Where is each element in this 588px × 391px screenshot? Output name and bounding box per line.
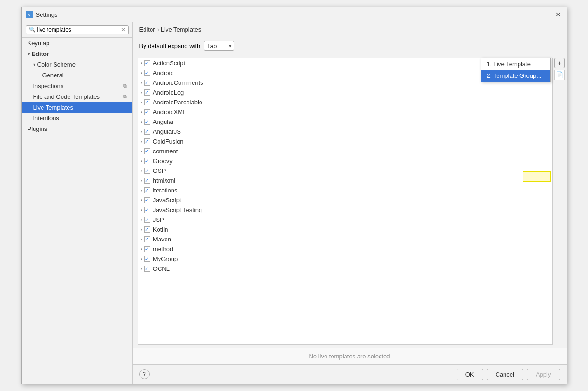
group-checkbox[interactable]: ✓ xyxy=(144,236,150,242)
group-checkbox[interactable]: ✓ xyxy=(144,89,150,96)
group-checkbox[interactable]: ✓ xyxy=(144,197,150,203)
group-checkbox[interactable]: ✓ xyxy=(144,246,150,252)
group-checkbox[interactable]: ✓ xyxy=(144,138,150,144)
apply-button[interactable]: Apply xyxy=(527,369,560,380)
intentions-label: Intentions xyxy=(33,115,59,122)
group-arrow: › xyxy=(141,237,142,242)
group-name: ColdFusion xyxy=(153,138,184,145)
group-arrow: › xyxy=(141,129,142,134)
file-code-copy-icon: ⧉ xyxy=(123,94,127,100)
group-arrow: › xyxy=(141,198,142,203)
group-arrow: › xyxy=(141,110,142,115)
group-checkbox[interactable]: ✓ xyxy=(144,217,150,223)
template-group-row[interactable]: › ✓ Angular xyxy=(138,117,552,127)
template-group-row[interactable]: › ✓ comment xyxy=(138,146,552,156)
ok-button[interactable]: OK xyxy=(457,369,483,380)
group-checkbox[interactable]: ✓ xyxy=(144,178,150,184)
group-checkbox[interactable]: ✓ xyxy=(144,158,150,164)
expand-select[interactable]: Tab Space Enter xyxy=(204,41,234,51)
template-group-row[interactable]: › ✓ AngularJS xyxy=(138,127,552,137)
group-arrow: › xyxy=(141,217,142,222)
group-arrow: › xyxy=(141,149,142,154)
group-name: Kotlin xyxy=(153,226,168,233)
window-body: 🔍 live templates ✕ Keymap ▾ Editor ▾ Col… xyxy=(22,22,567,384)
dropdown-item1-label: 1. Live Template xyxy=(487,61,531,68)
template-group-row[interactable]: › ✓ AndroidLog xyxy=(138,88,552,97)
bottom-panel: No live templates are selected xyxy=(133,348,567,364)
group-checkbox[interactable]: ✓ xyxy=(144,129,150,135)
template-group-row[interactable]: › ✓ GSP xyxy=(138,166,552,176)
template-group-row[interactable]: › ✓ Maven xyxy=(138,234,552,244)
clear-icon[interactable]: ✕ xyxy=(121,27,125,33)
template-group-row[interactable]: › ✓ html/xml xyxy=(138,176,552,185)
sidebar-item-keymap[interactable]: Keymap xyxy=(22,38,132,48)
template-group-row[interactable]: › ✓ Kotlin xyxy=(138,225,552,234)
templates-list-wrap: › ✓ ActionScript › ✓ Android › ✓ Android… xyxy=(138,58,553,345)
main-content: Editor › Live Templates By default expan… xyxy=(133,22,567,384)
app-icon: S xyxy=(26,11,33,18)
document-icon[interactable]: 📄 xyxy=(554,70,565,80)
template-group-row[interactable]: › ✓ JSP xyxy=(138,215,552,225)
search-input[interactable]: live templates xyxy=(37,27,121,33)
template-group-row[interactable]: › ✓ OCNL xyxy=(138,264,552,274)
group-arrow: › xyxy=(141,119,142,124)
group-name: AndroidParcelable xyxy=(153,99,202,106)
group-checkbox[interactable]: ✓ xyxy=(144,207,150,213)
group-checkbox[interactable]: ✓ xyxy=(144,266,150,272)
template-group-row[interactable]: › ✓ iterations xyxy=(138,185,552,195)
file-code-templates-label: File and Code Templates xyxy=(33,93,100,100)
template-group-row[interactable]: › ✓ Groovy xyxy=(138,156,552,166)
close-button[interactable]: ✕ xyxy=(553,10,563,19)
group-name: Angular xyxy=(153,118,174,125)
cancel-button[interactable]: Cancel xyxy=(487,369,523,380)
sidebar-item-inspections[interactable]: Inspections ⧉ xyxy=(22,81,132,91)
group-checkbox[interactable]: ✓ xyxy=(144,168,150,174)
sidebar-item-file-code-templates[interactable]: File and Code Templates ⧉ xyxy=(22,91,132,102)
group-checkbox[interactable]: ✓ xyxy=(144,226,150,233)
group-arrow: › xyxy=(141,100,142,105)
template-group-row[interactable]: › ✓ MyGroup xyxy=(138,254,552,264)
search-bar: 🔍 live templates ✕ xyxy=(22,22,132,38)
sidebar-item-editor[interactable]: ▾ Editor xyxy=(22,48,132,59)
template-group-row[interactable]: › ✓ JavaScript Testing xyxy=(138,205,552,215)
group-checkbox[interactable]: ✓ xyxy=(144,119,150,125)
yellow-highlight xyxy=(523,171,551,182)
group-checkbox[interactable]: ✓ xyxy=(144,60,150,66)
sidebar-item-plugins[interactable]: Plugins xyxy=(22,123,132,134)
sidebar-item-live-templates[interactable]: Live Templates xyxy=(22,102,132,113)
group-checkbox[interactable]: ✓ xyxy=(144,148,150,154)
dropdown-template-group[interactable]: 2. Template Group... xyxy=(481,70,550,82)
add-button[interactable]: + xyxy=(554,58,565,68)
window-title: Settings xyxy=(36,11,553,18)
group-checkbox[interactable]: ✓ xyxy=(144,109,150,115)
group-name: method xyxy=(153,246,173,253)
template-group-row[interactable]: › ✓ method xyxy=(138,244,552,254)
group-checkbox[interactable]: ✓ xyxy=(144,80,150,86)
template-group-row[interactable]: › ✓ AndroidParcelable xyxy=(138,97,552,107)
dropdown-item2-label: 2. Template Group... xyxy=(487,72,542,79)
group-checkbox[interactable]: ✓ xyxy=(144,70,150,76)
templates-area: › ✓ ActionScript › ✓ Android › ✓ Android… xyxy=(133,55,567,348)
group-name: AngularJS xyxy=(153,128,181,135)
sidebar-item-general[interactable]: General xyxy=(22,70,132,81)
group-arrow: › xyxy=(141,207,142,213)
sidebar-item-color-scheme[interactable]: ▾ Color Scheme xyxy=(22,59,132,70)
sidebar-item-intentions[interactable]: Intentions xyxy=(22,113,132,123)
search-icon: 🔍 xyxy=(29,27,35,33)
template-group-row[interactable]: › ✓ ColdFusion xyxy=(138,137,552,146)
group-arrow: › xyxy=(141,247,142,252)
group-arrow: › xyxy=(141,139,142,144)
template-group-row[interactable]: › ✓ JavaScript xyxy=(138,195,552,205)
group-checkbox[interactable]: ✓ xyxy=(144,256,150,262)
dropdown-live-template[interactable]: 1. Live Template xyxy=(481,58,550,70)
svg-text:S: S xyxy=(28,13,30,17)
keymap-label: Keymap xyxy=(28,40,50,47)
group-checkbox[interactable]: ✓ xyxy=(144,187,150,193)
search-wrap: 🔍 live templates ✕ xyxy=(26,25,129,34)
template-group-row[interactable]: › ✓ AndroidXML xyxy=(138,107,552,117)
color-scheme-label: Color Scheme xyxy=(37,61,76,68)
help-button[interactable]: ? xyxy=(139,369,150,379)
group-name: AndroidLog xyxy=(153,89,184,96)
group-arrow: › xyxy=(141,256,142,261)
group-checkbox[interactable]: ✓ xyxy=(144,99,150,105)
